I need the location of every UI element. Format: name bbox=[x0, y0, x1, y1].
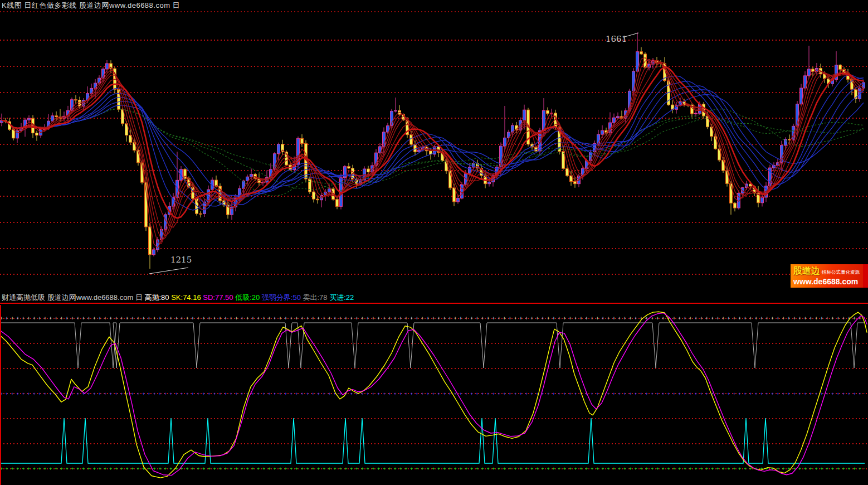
param-强弱分界: 强弱分界:50 bbox=[260, 293, 301, 302]
param-卖出: 卖出:78 bbox=[301, 293, 328, 302]
param-低吸: 低吸:20 bbox=[233, 293, 260, 302]
price-high-label: 1661 bbox=[606, 34, 627, 44]
window-title-text: K线图 日红色做多彩线 股道边网www.de6688.com 日 bbox=[2, 1, 180, 9]
watermark-logo[interactable]: 股道边 指标公式量化资源 www.de6688.com bbox=[791, 264, 863, 288]
window-title: K线图 日红色做多彩线 股道边网www.de6688.com 日 bbox=[0, 0, 868, 11]
panel-divider bbox=[0, 303, 868, 304]
param-SD: SD:77.50 bbox=[201, 293, 233, 302]
watermark-brand: 股道边 bbox=[793, 265, 820, 277]
indicator-name: 财通高抛低吸 bbox=[2, 293, 45, 302]
indicator-source: 股道边网www.de6688.com bbox=[47, 293, 134, 302]
indicator-chart[interactable] bbox=[0, 305, 868, 485]
indicator-header: 财通高抛低吸 股道边网www.de6688.com 日 高抛:80 SK:74.… bbox=[0, 292, 868, 303]
watermark-right-strip bbox=[863, 264, 868, 288]
indicator-period: 日 bbox=[135, 293, 143, 302]
price-low-label: 1215 bbox=[170, 255, 192, 265]
sub-panel-left-border bbox=[0, 305, 1, 485]
watermark-url[interactable]: www.de6688.com bbox=[793, 277, 863, 286]
indicator-params: 高抛:80 SK:74.16 SD:77.50 低吸:20 强弱分界:50 卖出… bbox=[145, 293, 354, 302]
param-买进: 买进:22 bbox=[328, 293, 354, 302]
watermark-tagline: 指标公式量化资源 bbox=[822, 269, 860, 276]
main-candlestick-chart[interactable] bbox=[0, 0, 868, 304]
param-高抛: 高抛:80 bbox=[145, 293, 169, 302]
param-SK: SK:74.16 bbox=[169, 293, 201, 302]
